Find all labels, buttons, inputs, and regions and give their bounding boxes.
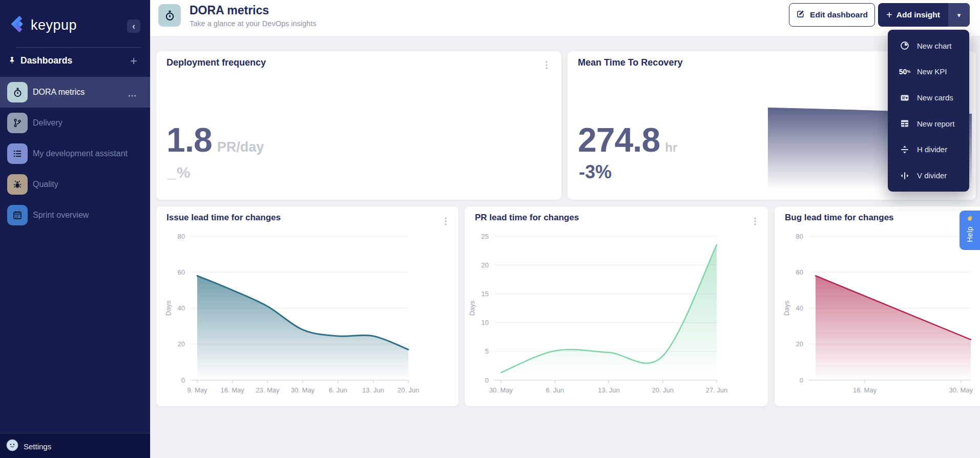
add-insight-label: Add insight: [896, 10, 940, 19]
add-insight-dropdown-toggle[interactable]: ▾: [948, 3, 970, 27]
card-title: Mean Time To Recovery: [578, 57, 682, 68]
bug-icon: [7, 174, 28, 195]
card-title: Deployment frequency: [166, 57, 266, 68]
chart-card-pr-lead-time: PR lead time for changes 051015202530. M…: [465, 206, 768, 406]
sidebar-item-sprint-overview[interactable]: Sprint overview: [0, 200, 150, 231]
menu-item-label: H divider: [917, 145, 947, 154]
issue-lead-time-svg: 0204060809. May16. May23. May30. May6. J…: [156, 206, 458, 406]
cards-icon: [899, 93, 910, 103]
y-axis-tick-label: 40: [796, 304, 803, 312]
add-insight-split-button: + Add insight ▾: [878, 3, 970, 27]
menu-item-h-divider[interactable]: H divider: [888, 137, 969, 162]
y-axis-tick-label: 10: [482, 319, 489, 326]
x-axis-tick-label: 27. Jun: [706, 386, 728, 394]
x-axis-tick-label: 23. May: [256, 386, 280, 394]
dashboards-section-title: Dashboards: [20, 55, 72, 66]
x-axis-tick-label: 13. Jun: [362, 386, 384, 394]
kpi-value: 1.8: [166, 123, 212, 157]
help-label: Help: [966, 226, 974, 242]
y-axis-tick-label: 20: [178, 340, 185, 348]
kpi-card-deployment-frequency: Deployment frequency 1.8 PR/day _%: [156, 51, 561, 200]
sidebar-item-delivery[interactable]: Delivery: [0, 108, 150, 138]
x-axis-tick-label: 16. May: [853, 386, 877, 394]
add-insight-button[interactable]: + Add insight: [878, 3, 948, 27]
sidebar-divider: [16, 47, 141, 48]
y-axis-label: Days: [164, 300, 172, 316]
y-axis-tick-label: 0: [485, 377, 489, 384]
help-button[interactable]: Help: [960, 211, 980, 250]
x-axis-tick-label: 30. May: [489, 386, 513, 394]
menu-item-new-kpi[interactable]: 50% New KPI: [888, 59, 969, 84]
x-axis-tick-label: 16. May: [221, 386, 245, 394]
kpi-delta: _%: [168, 165, 191, 180]
x-axis-tick-label: 9. May: [187, 386, 207, 394]
sidebar: keypup ‹ Dashboards + DORA metrics Deliv…: [0, 0, 150, 458]
menu-item-label: New cards: [917, 93, 953, 102]
x-axis-tick-label: 6. Jun: [546, 386, 564, 394]
menu-item-label: New report: [917, 119, 954, 128]
kpi-50-icon: 50%: [899, 68, 910, 76]
pencil-icon: [796, 9, 805, 20]
kpi-value: 274.8: [578, 123, 660, 157]
kpi-value-row: 1.8 PR/day: [166, 123, 264, 157]
sidebar-item-label: DORA metrics: [33, 77, 85, 108]
add-insight-menu: New chart 50% New KPI New cards New repo…: [888, 30, 969, 192]
sidebar-footer: Settings: [0, 433, 150, 458]
card-options-kebab-icon[interactable]: [543, 58, 550, 74]
y-axis-label: Days: [783, 300, 790, 316]
x-axis-tick-label: 30. May: [291, 386, 315, 394]
chart-card-bug-lead-time: Bug lead time for changes 02040608016. M…: [775, 206, 980, 406]
menu-item-new-chart[interactable]: New chart: [888, 33, 969, 58]
y-axis-tick-label: 20: [796, 340, 803, 348]
y-axis-tick-label: 0: [800, 377, 803, 384]
sidebar-item-my-development-assistant[interactable]: My development assistant: [0, 138, 150, 169]
menu-item-new-cards[interactable]: New cards: [888, 86, 969, 110]
stopwatch-icon: [7, 82, 28, 102]
chevron-left-icon: ‹: [132, 21, 135, 32]
keypup-logo-icon: [7, 14, 27, 36]
settings-button[interactable]: Settings: [6, 439, 51, 453]
y-axis-tick-label: 15: [482, 290, 489, 298]
dashboard-stopwatch-icon: [158, 4, 181, 27]
h-divider-icon: [899, 144, 910, 155]
pr-lead-time-chart: 051015202530. May6. Jun13. Jun20. Jun27.…: [465, 206, 768, 406]
y-axis-tick-label: 40: [178, 304, 185, 312]
pin-icon: [8, 56, 16, 67]
kpi-unit: hr: [665, 141, 677, 154]
y-axis-tick-label: 20: [482, 261, 489, 269]
bug-lead-time-svg: 02040608016. May30. MayDays: [775, 206, 980, 406]
menu-item-label: V divider: [917, 171, 947, 180]
menu-item-new-report[interactable]: New report: [888, 111, 969, 136]
issue-lead-time-chart: 0204060809. May16. May23. May30. May6. J…: [156, 206, 458, 406]
dashboard-options-kebab-icon[interactable]: [128, 90, 136, 99]
sidebar-item-quality[interactable]: Quality: [0, 169, 150, 200]
page-title: DORA metrics: [190, 4, 269, 17]
y-axis-tick-label: 60: [178, 268, 185, 276]
pr-lead-time-svg: 051015202530. May6. Jun13. Jun20. Jun27.…: [465, 206, 768, 406]
y-axis-tick-label: 0: [181, 377, 185, 384]
checklist-icon: [7, 143, 28, 164]
sidebar-item-label: My development assistant: [33, 138, 128, 169]
app-logo[interactable]: keypup: [7, 14, 77, 36]
chart-card-issue-lead-time: Issue lead time for changes 0204060809. …: [156, 206, 458, 406]
calendar-icon: [7, 205, 28, 225]
sidebar-item-label: Quality: [33, 169, 58, 200]
edit-dashboard-button[interactable]: Edit dashboard: [789, 3, 875, 27]
logo-text: keypup: [31, 17, 77, 33]
sidebar-item-dora-metrics[interactable]: DORA metrics: [0, 77, 150, 108]
menu-item-label: New KPI: [917, 67, 947, 76]
waving-hand-icon: [966, 215, 974, 225]
settings-label: Settings: [24, 442, 51, 451]
y-axis-tick-label: 60: [796, 268, 803, 276]
report-icon: [899, 118, 910, 129]
dashboard-nav: DORA metrics Delivery My development ass…: [0, 77, 150, 231]
y-axis-tick-label: 5: [485, 347, 489, 355]
git-branch-icon: [7, 113, 28, 133]
x-axis-tick-label: 30. May: [949, 386, 973, 394]
menu-item-v-divider[interactable]: V divider: [888, 163, 969, 188]
plus-icon: +: [886, 10, 892, 20]
page-header: DORA metrics Take a glance at your DevOp…: [150, 0, 980, 36]
kpi-delta: -3%: [579, 163, 612, 181]
sidebar-collapse-button[interactable]: ‹: [127, 19, 140, 33]
add-dashboard-button[interactable]: +: [127, 54, 140, 68]
